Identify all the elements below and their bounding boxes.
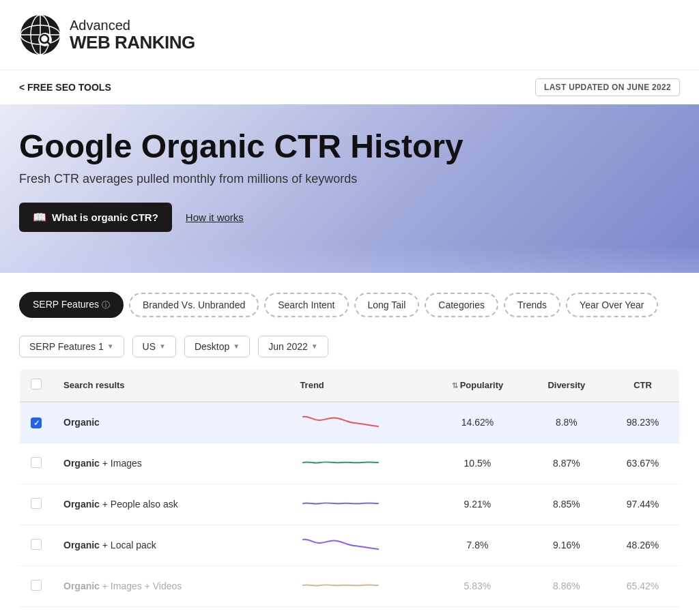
trend-cell-organic-videos-paa bbox=[289, 606, 428, 616]
tabs-row: SERP FeaturesⓘBranded Vs. UnbrandedSearc… bbox=[19, 292, 680, 318]
trend-header: Trend bbox=[289, 368, 428, 402]
checkbox-header bbox=[20, 368, 53, 402]
result-name-organic-images-videos: Organic + Images + Videos bbox=[53, 566, 289, 606]
logo-web-ranking: WEB RANKING bbox=[70, 33, 195, 53]
last-updated-badge: LAST UPDATED ON JUNE 2022 bbox=[535, 78, 680, 96]
search-results-header: Search results bbox=[53, 368, 289, 402]
diversity-organic: 8.8% bbox=[527, 402, 607, 443]
dropdown-arrow-icon: ▼ bbox=[311, 342, 318, 350]
what-is-ctr-button[interactable]: 📖 What is organic CTR? bbox=[19, 203, 172, 232]
page-title: Google Organic CTR History bbox=[19, 129, 680, 165]
tab-trends[interactable]: Trends bbox=[504, 293, 560, 317]
filter-label: US bbox=[143, 341, 156, 352]
filter-label: Desktop bbox=[195, 341, 229, 352]
trend-chart bbox=[300, 534, 382, 555]
nav-bar: < FREE SEO TOOLS LAST UPDATED ON JUNE 20… bbox=[0, 70, 699, 104]
ctr-organic: 98.23% bbox=[606, 402, 679, 443]
popularity-organic-local: 7.8% bbox=[428, 525, 526, 566]
diversity-organic-images-videos: 8.86% bbox=[527, 566, 607, 606]
table-row: Organic + People also ask9.21%8.85%97.44… bbox=[20, 484, 680, 525]
tab-longtail[interactable]: Long Tail bbox=[354, 293, 420, 317]
filter-label: SERP Features 1 bbox=[29, 341, 104, 352]
table-row: Organic14.62%8.8%98.23% bbox=[20, 402, 680, 443]
filters-row: SERP Features 1 ▼US ▼Desktop ▼Jun 2022 ▼ bbox=[19, 329, 680, 368]
tab-categories[interactable]: Categories bbox=[425, 293, 498, 317]
popularity-organic-images-videos: 5.83% bbox=[428, 566, 526, 606]
ctr-organic-paa: 97.44% bbox=[606, 484, 679, 525]
dropdown-arrow-icon: ▼ bbox=[233, 342, 240, 350]
filter-country[interactable]: US ▼ bbox=[132, 336, 176, 357]
row-checkbox-organic[interactable] bbox=[31, 417, 42, 428]
popularity-organic-videos-paa: 5.29% bbox=[428, 606, 526, 616]
trend-chart bbox=[300, 411, 382, 432]
table-row: Organic + Videos + People also ask5.29%8… bbox=[20, 606, 680, 616]
ctr-header: CTR bbox=[606, 368, 679, 402]
results-table: Search results Trend ⇅Popularity Diversi… bbox=[19, 368, 680, 616]
tabs-section: SERP FeaturesⓘBranded Vs. UnbrandedSearc… bbox=[0, 273, 699, 368]
diversity-header: Diversity bbox=[527, 368, 607, 402]
trend-chart bbox=[300, 575, 382, 596]
diversity-organic-videos-paa: 8.84% bbox=[527, 606, 607, 616]
result-name-organic: Organic bbox=[53, 402, 289, 443]
tab-yoy[interactable]: Year Over Year bbox=[566, 293, 657, 317]
result-name-organic-videos-paa: Organic + Videos + People also ask bbox=[53, 606, 289, 616]
table-header-row: Search results Trend ⇅Popularity Diversi… bbox=[20, 368, 680, 402]
result-name-organic-paa: Organic + People also ask bbox=[53, 484, 289, 525]
row-checkbox-organic-images-videos[interactable] bbox=[31, 580, 42, 591]
ctr-organic-images-videos: 65.42% bbox=[606, 566, 679, 606]
logo-area: Advanced WEB RANKING bbox=[19, 14, 680, 56]
diversity-organic-paa: 8.85% bbox=[527, 484, 607, 525]
trend-cell-organic-images-videos bbox=[289, 566, 428, 606]
diversity-organic-images: 8.87% bbox=[527, 443, 607, 484]
how-it-works-button[interactable]: How it works bbox=[186, 211, 244, 223]
hero-buttons: 📖 What is organic CTR? How it works bbox=[19, 203, 680, 232]
dropdown-arrow-icon: ▼ bbox=[107, 342, 114, 350]
row-checkbox-organic-paa[interactable] bbox=[31, 498, 42, 509]
tab-branded[interactable]: Branded Vs. Unbranded bbox=[129, 293, 259, 317]
filter-month[interactable]: Jun 2022 ▼ bbox=[258, 336, 328, 357]
tab-serp[interactable]: SERP Featuresⓘ bbox=[19, 292, 124, 318]
filter-label: Jun 2022 bbox=[268, 341, 308, 352]
trend-cell-organic-local bbox=[289, 525, 428, 566]
dropdown-arrow-icon: ▼ bbox=[159, 342, 166, 350]
table-container: Search results Trend ⇅Popularity Diversi… bbox=[0, 368, 699, 616]
table-row: Organic + Images + Videos5.83%8.86%65.42… bbox=[20, 566, 680, 606]
trend-cell-organic-paa bbox=[289, 484, 428, 525]
tab-intent[interactable]: Search Intent bbox=[264, 293, 348, 317]
book-icon: 📖 bbox=[33, 211, 46, 224]
logo-globe-icon bbox=[19, 14, 61, 56]
popularity-organic-images: 10.5% bbox=[428, 443, 526, 484]
trend-chart bbox=[300, 452, 382, 473]
select-all-checkbox[interactable] bbox=[31, 379, 42, 390]
table-row: Organic + Local pack7.8%9.16%48.26% bbox=[20, 525, 680, 566]
row-checkbox-organic-images[interactable] bbox=[31, 457, 42, 468]
header: Advanced WEB RANKING bbox=[0, 0, 699, 70]
result-name-organic-local: Organic + Local pack bbox=[53, 525, 289, 566]
logo-text: Advanced WEB RANKING bbox=[70, 18, 195, 53]
sort-icon: ⇅ bbox=[452, 381, 458, 390]
result-name-organic-images: Organic + Images bbox=[53, 443, 289, 484]
trend-cell-organic bbox=[289, 402, 428, 443]
ctr-organic-images: 63.67% bbox=[606, 443, 679, 484]
ctr-organic-videos-paa: 97.44% bbox=[606, 606, 679, 616]
popularity-organic-paa: 9.21% bbox=[428, 484, 526, 525]
free-seo-tools-link[interactable]: < FREE SEO TOOLS bbox=[19, 82, 111, 93]
logo-advanced: Advanced bbox=[70, 18, 195, 33]
popularity-organic: 14.62% bbox=[428, 402, 526, 443]
trend-cell-organic-images bbox=[289, 443, 428, 484]
ctr-organic-local: 48.26% bbox=[606, 525, 679, 566]
trend-chart bbox=[300, 493, 382, 514]
popularity-header[interactable]: ⇅Popularity bbox=[428, 368, 526, 402]
diversity-organic-local: 9.16% bbox=[527, 525, 607, 566]
filter-device[interactable]: Desktop ▼ bbox=[184, 336, 250, 357]
info-icon: ⓘ bbox=[102, 300, 110, 310]
table-row: Organic + Images10.5%8.87%63.67% bbox=[20, 443, 680, 484]
filter-serp_features[interactable]: SERP Features 1 ▼ bbox=[19, 336, 124, 357]
row-checkbox-organic-local[interactable] bbox=[31, 539, 42, 550]
hero-subtitle: Fresh CTR averages pulled monthly from m… bbox=[19, 172, 680, 186]
hero-section: Google Organic CTR History Fresh CTR ave… bbox=[0, 104, 699, 273]
